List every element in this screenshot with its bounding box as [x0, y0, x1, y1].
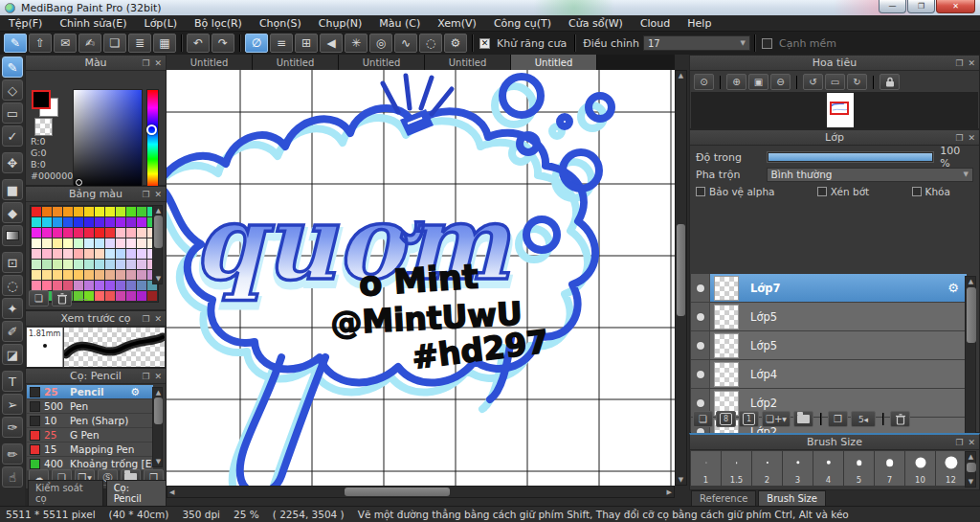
palette-swatch[interactable] — [32, 249, 41, 259]
canvas-vertical-scrollbar[interactable]: ▲ ▼ — [675, 70, 687, 486]
grid-edit-button[interactable]: ▦ — [153, 34, 176, 53]
palette-swatch[interactable] — [63, 249, 73, 259]
brush-row-pencil[interactable]: 25 Pencil ⚙ — [27, 385, 153, 399]
palette-swatch[interactable] — [53, 207, 62, 216]
palette-swatch[interactable] — [42, 281, 52, 290]
palette-swatch[interactable] — [105, 281, 115, 290]
brush-size-1[interactable]: 1 — [691, 451, 722, 486]
palette-swatch[interactable] — [105, 291, 115, 301]
palette-swatch[interactable] — [74, 260, 83, 269]
snap-parallel-button[interactable]: ≡ — [270, 34, 293, 53]
snap-radial-button[interactable]: ✳ — [345, 34, 368, 53]
popout-icon[interactable]: ❐ — [142, 314, 149, 324]
palette-swatch[interactable] — [84, 228, 94, 238]
protect-alpha-checkbox[interactable]: Bảo vệ alpha — [696, 186, 775, 197]
palette-swatch[interactable] — [116, 291, 125, 301]
select-eraser-tool[interactable]: ◪ — [2, 344, 23, 365]
control-point-tool[interactable]: ✓ — [2, 125, 23, 147]
close-icon[interactable]: ✕ — [968, 58, 975, 68]
palette-swatch[interactable] — [137, 217, 146, 227]
palette-swatch[interactable] — [74, 217, 83, 227]
palette-swatch[interactable] — [53, 260, 62, 269]
palette-swatch[interactable] — [126, 207, 136, 216]
doc-tab-1[interactable]: Untitled — [167, 55, 253, 70]
redo-button[interactable]: ↷ — [212, 34, 234, 53]
comment-button[interactable]: ✉ — [54, 34, 77, 53]
menu-window[interactable]: Cửa sổ(W) — [560, 15, 632, 32]
brush-settings-gear-icon[interactable]: ⚙ — [130, 386, 140, 398]
hue-slider[interactable] — [146, 89, 159, 190]
palette-swatch[interactable] — [42, 260, 52, 269]
palette-swatch[interactable] — [74, 238, 83, 248]
palette-delete-button[interactable] — [52, 290, 72, 306]
nav-zoom-area-button[interactable]: ⊙ — [694, 74, 714, 90]
palette-swatch[interactable] — [32, 281, 41, 290]
comment-list-button[interactable]: ✍ — [78, 34, 101, 53]
palette-swatch[interactable] — [105, 207, 115, 216]
popout-icon[interactable]: ❐ — [142, 58, 149, 68]
brush-size-2[interactable]: 2 — [752, 451, 783, 486]
blend-mode-dropdown[interactable]: Bình thường ▼ — [767, 168, 973, 182]
lock-checkbox[interactable]: Khóa — [912, 186, 950, 197]
palette-swatch[interactable] — [32, 270, 41, 280]
palette-swatch[interactable] — [63, 207, 73, 216]
palette-swatch[interactable] — [137, 207, 146, 216]
menu-tools[interactable]: Công cụ(T) — [485, 15, 560, 32]
palette-swatch[interactable] — [63, 260, 73, 269]
palette-swatch[interactable] — [53, 217, 62, 227]
menu-view[interactable]: Xem(V) — [429, 15, 485, 32]
palette-swatch[interactable] — [95, 238, 104, 248]
palette-swatch[interactable] — [63, 217, 73, 227]
brush-size-10[interactable]: 10 — [905, 451, 936, 486]
palette-swatch[interactable] — [105, 270, 115, 280]
palette-swatch[interactable] — [74, 228, 83, 238]
palette-swatch[interactable] — [63, 228, 73, 238]
palette-swatch[interactable] — [105, 238, 115, 248]
brush-size-1-5[interactable]: 1.5 — [722, 451, 752, 486]
lasso-tool[interactable]: ◌ — [2, 275, 23, 296]
brush-row-g-pen[interactable]: 25 G Pen — [27, 428, 153, 443]
palette-swatch[interactable] — [137, 238, 146, 248]
nav-zoom-out-button[interactable]: ⊖ — [770, 74, 791, 90]
text-tool[interactable]: T — [2, 371, 23, 392]
nav-lock-button[interactable] — [880, 74, 900, 90]
fill-rect-tool[interactable]: ■ — [2, 179, 23, 200]
palette-swatch[interactable] — [95, 249, 104, 259]
palette-swatch[interactable] — [105, 249, 115, 259]
palette-swatch[interactable] — [116, 260, 125, 269]
palette-swatch[interactable] — [116, 207, 125, 216]
layer-duplicate-button[interactable]: ❐ — [828, 411, 848, 427]
export-button[interactable]: ⇧ — [29, 34, 52, 53]
antialias-checkbox[interactable]: ✕ — [479, 38, 490, 49]
palette-swatch[interactable] — [32, 207, 41, 216]
menu-file[interactable]: Tệp(F) — [0, 15, 51, 32]
navigator-preview[interactable] — [691, 92, 978, 128]
palette-swatch[interactable] — [126, 281, 136, 290]
palette-swatch[interactable] — [42, 238, 52, 248]
divide-tool[interactable]: ✏ — [2, 443, 23, 465]
palette-swatch[interactable] — [126, 249, 136, 259]
brush-tool[interactable]: ✎ — [2, 57, 23, 78]
layer-folder-button[interactable] — [793, 411, 813, 427]
palette-swatch[interactable] — [74, 207, 83, 216]
saturation-value-picker[interactable] — [73, 89, 143, 190]
palette-swatch[interactable] — [126, 260, 136, 269]
palette-swatch[interactable] — [63, 238, 73, 248]
menu-cloud[interactable]: Cloud — [632, 15, 679, 32]
palette-swatch[interactable] — [53, 228, 62, 238]
palette-swatch[interactable] — [84, 238, 94, 248]
opacity-slider[interactable] — [767, 151, 934, 163]
shape-tool[interactable]: ▭ — [2, 102, 23, 124]
menu-help[interactable]: Help — [679, 15, 720, 32]
layer-visibility-toggle[interactable] — [691, 360, 710, 388]
palette-swatch[interactable] — [116, 238, 125, 248]
cloud-paint-button[interactable]: ✎ — [4, 34, 27, 53]
palette-swatch[interactable] — [105, 260, 115, 269]
brush-list-scrollbar[interactable]: ▲ ▼ — [152, 387, 163, 467]
snap-ellipse-button[interactable]: ◌ — [419, 34, 442, 53]
close-icon[interactable]: ✕ — [154, 372, 162, 381]
layer-visibility-toggle[interactable] — [691, 303, 710, 330]
popout-icon[interactable]: ❐ — [142, 372, 149, 381]
tab-reference[interactable]: Reference — [691, 490, 756, 506]
tab-brush-list[interactable]: Cọ: Pencil — [106, 480, 167, 506]
